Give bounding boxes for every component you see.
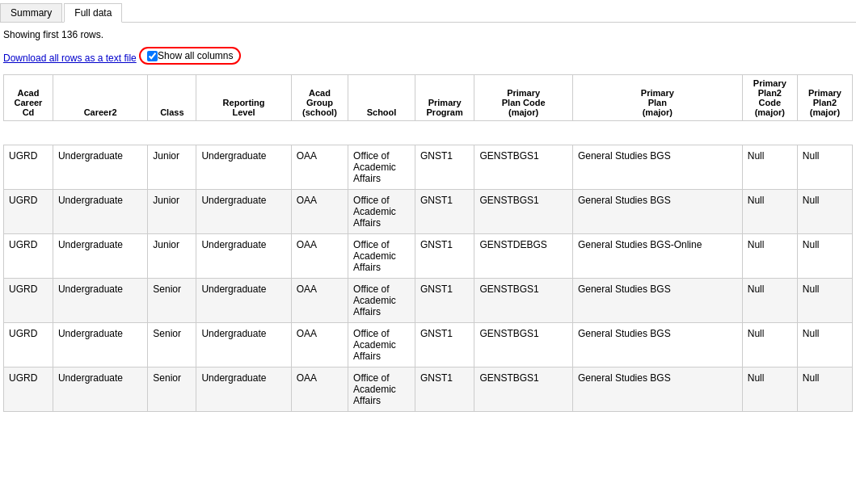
table-cell: OAA xyxy=(291,323,348,368)
table-cell: OAA xyxy=(291,145,348,190)
table-cell: GNST1 xyxy=(415,190,474,234)
table-cell: GENSTBGS1 xyxy=(474,368,573,412)
table-cell: Null xyxy=(742,190,797,234)
table-row: UGRDUndergraduateSeniorUndergraduateOAAO… xyxy=(4,323,853,368)
table-row: UGRDUndergraduateJuniorUndergraduateOAAO… xyxy=(4,234,853,279)
table-cell: Office ofAcademicAffairs xyxy=(348,145,415,190)
table-cell: Null xyxy=(742,368,797,412)
table-cell: GENSTBGS1 xyxy=(474,190,573,234)
table-cell: Null xyxy=(742,145,797,190)
table-cell: OAA xyxy=(291,234,348,279)
table-cell: Null xyxy=(797,190,852,234)
table-cell: OAA xyxy=(291,279,348,323)
table-cell: Office ofAcademicAffairs xyxy=(348,279,415,323)
data-table: AcadCareerCd Career2 Class ReportingLeve… xyxy=(3,74,853,412)
table-cell: UGRD xyxy=(4,234,53,279)
table-cell: Undergraduate xyxy=(196,145,291,190)
table-cell: General Studies BGS-Online xyxy=(572,234,742,279)
table-cell: Undergraduate xyxy=(196,323,291,368)
col-header-school: School xyxy=(348,75,415,121)
col-header-primary-plan2-code-major: PrimaryPlan2Code(major) xyxy=(742,75,797,121)
table-cell: GENSTDEBGS xyxy=(474,234,573,279)
table-cell: Null xyxy=(742,234,797,279)
table-header-row: AcadCareerCd Career2 Class ReportingLeve… xyxy=(4,75,853,121)
table-cell: Undergraduate xyxy=(53,323,147,368)
show-all-columns-checkbox[interactable] xyxy=(147,51,158,61)
table-cell: UGRD xyxy=(4,145,53,190)
col-header-primary-plan2-major: PrimaryPlan2(major) xyxy=(797,75,852,121)
table-cell: OAA xyxy=(291,190,348,234)
table-cell: GNST1 xyxy=(415,279,474,323)
table-cell: GENSTBGS1 xyxy=(474,279,573,323)
col-header-career2: Career2 xyxy=(53,75,147,121)
table-cell: Null xyxy=(797,323,852,368)
table-cell: GNST1 xyxy=(415,323,474,368)
showing-rows-text: Showing first 136 rows. xyxy=(3,29,853,40)
table-cell: UGRD xyxy=(4,368,53,412)
col-header-acad-group: AcadGroup(school) xyxy=(291,75,348,121)
table-cell: General Studies BGS xyxy=(572,368,742,412)
table-cell: Null xyxy=(797,368,852,412)
table-row: UGRDUndergraduateJuniorUndergraduateOAAO… xyxy=(4,145,853,190)
table-cell: General Studies BGS xyxy=(572,145,742,190)
table-cell: UGRD xyxy=(4,279,53,323)
table-cell: General Studies BGS xyxy=(572,190,742,234)
table-cell: UGRD xyxy=(4,323,53,368)
table-cell: Undergraduate xyxy=(53,145,147,190)
table-cell: Undergraduate xyxy=(196,234,291,279)
table-cell: GNST1 xyxy=(415,145,474,190)
col-header-class: Class xyxy=(148,75,196,121)
table-cell: Senior xyxy=(148,279,196,323)
table-cell: Office ofAcademicAffairs xyxy=(348,234,415,279)
table-cell: GENSTBGS1 xyxy=(474,145,573,190)
table-cell: Undergraduate xyxy=(53,234,147,279)
table-cell: Null xyxy=(742,279,797,323)
table-cell: Undergraduate xyxy=(196,190,291,234)
main-content: Showing first 136 rows. Download all row… xyxy=(0,23,856,418)
table-cell: Junior xyxy=(148,234,196,279)
table-cell: Senior xyxy=(148,368,196,412)
col-header-primary-plan-code-major: PrimaryPlan Code(major) xyxy=(474,75,573,121)
table-cell: GENSTBGS1 xyxy=(474,323,573,368)
table-cell: GNST1 xyxy=(415,234,474,279)
table-cell: Office ofAcademicAffairs xyxy=(348,190,415,234)
table-cell: Senior xyxy=(148,323,196,368)
table-cell: Office ofAcademicAffairs xyxy=(348,368,415,412)
table-cell: UGRD xyxy=(4,190,53,234)
table-cell: Undergraduate xyxy=(53,190,147,234)
table-cell: General Studies BGS xyxy=(572,323,742,368)
table-row: UGRDUndergraduateJuniorUndergraduateOAAO… xyxy=(4,190,853,234)
col-header-primary-program: PrimaryProgram xyxy=(415,75,474,121)
table-row: UGRDUndergraduateSeniorUndergraduateOAAO… xyxy=(4,368,853,412)
col-header-acad-career-cd: AcadCareerCd xyxy=(4,75,53,121)
tab-full-data[interactable]: Full data xyxy=(64,3,122,23)
table-cell: Undergraduate xyxy=(53,368,147,412)
table-row: UGRDUndergraduateSeniorUndergraduateOAAO… xyxy=(4,279,853,323)
col-header-primary-plan-major: PrimaryPlan(major) xyxy=(572,75,742,121)
table-cell: Null xyxy=(797,145,852,190)
table-cell: OAA xyxy=(291,368,348,412)
col-header-reporting-level: ReportingLevel xyxy=(196,75,291,121)
table-cell: Junior xyxy=(148,190,196,234)
table-cell: Office ofAcademicAffairs xyxy=(348,323,415,368)
table-cell: General Studies BGS xyxy=(572,279,742,323)
table-cell: Null xyxy=(797,279,852,323)
table-cell: Junior xyxy=(148,145,196,190)
table-subheader-row xyxy=(4,121,853,145)
table-cell: Undergraduate xyxy=(196,279,291,323)
tab-summary[interactable]: Summary xyxy=(0,3,62,22)
table-cell: Null xyxy=(742,323,797,368)
show-all-columns-label: Show all columns xyxy=(158,50,233,61)
table-cell: Null xyxy=(797,234,852,279)
table-cell: Undergraduate xyxy=(53,279,147,323)
table-cell: GNST1 xyxy=(415,368,474,412)
tab-bar: Summary Full data xyxy=(0,0,856,23)
table-cell: Undergraduate xyxy=(196,368,291,412)
download-link[interactable]: Download all rows as a text file xyxy=(3,52,137,64)
